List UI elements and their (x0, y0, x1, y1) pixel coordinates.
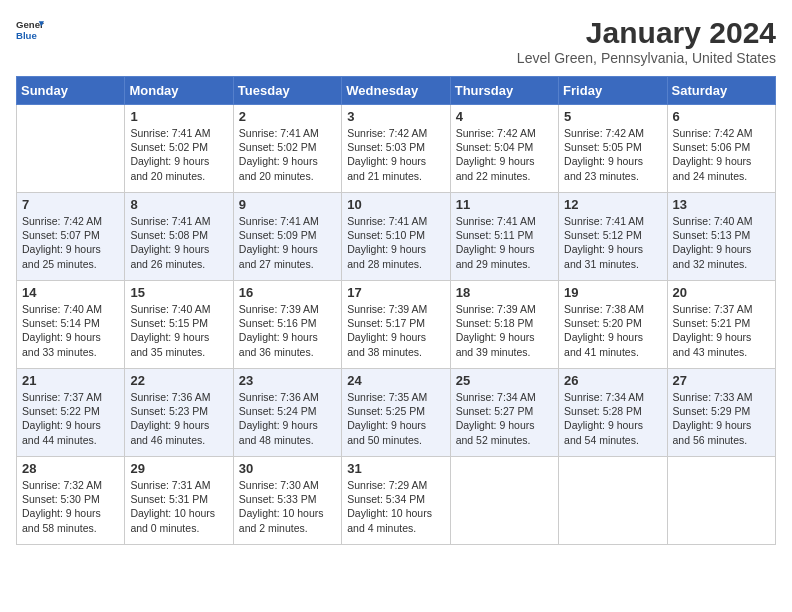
day-info: Sunrise: 7:29 AM Sunset: 5:34 PM Dayligh… (347, 478, 444, 535)
logo: General Blue (16, 16, 44, 44)
day-info: Sunrise: 7:41 AM Sunset: 5:11 PM Dayligh… (456, 214, 553, 271)
day-info: Sunrise: 7:33 AM Sunset: 5:29 PM Dayligh… (673, 390, 770, 447)
day-of-week-header: Thursday (450, 77, 558, 105)
calendar-cell: 31Sunrise: 7:29 AM Sunset: 5:34 PM Dayli… (342, 457, 450, 545)
day-of-week-header: Saturday (667, 77, 775, 105)
calendar-cell: 28Sunrise: 7:32 AM Sunset: 5:30 PM Dayli… (17, 457, 125, 545)
calendar-cell: 2Sunrise: 7:41 AM Sunset: 5:02 PM Daylig… (233, 105, 341, 193)
day-number: 1 (130, 109, 227, 124)
calendar-cell: 19Sunrise: 7:38 AM Sunset: 5:20 PM Dayli… (559, 281, 667, 369)
day-number: 15 (130, 285, 227, 300)
day-number: 28 (22, 461, 119, 476)
day-number: 20 (673, 285, 770, 300)
day-info: Sunrise: 7:34 AM Sunset: 5:28 PM Dayligh… (564, 390, 661, 447)
calendar-cell: 29Sunrise: 7:31 AM Sunset: 5:31 PM Dayli… (125, 457, 233, 545)
day-number: 9 (239, 197, 336, 212)
calendar-cell: 3Sunrise: 7:42 AM Sunset: 5:03 PM Daylig… (342, 105, 450, 193)
svg-text:Blue: Blue (16, 30, 37, 41)
day-info: Sunrise: 7:41 AM Sunset: 5:10 PM Dayligh… (347, 214, 444, 271)
calendar-cell: 6Sunrise: 7:42 AM Sunset: 5:06 PM Daylig… (667, 105, 775, 193)
day-number: 6 (673, 109, 770, 124)
day-number: 30 (239, 461, 336, 476)
calendar-cell (450, 457, 558, 545)
calendar-week-row: 14Sunrise: 7:40 AM Sunset: 5:14 PM Dayli… (17, 281, 776, 369)
day-number: 17 (347, 285, 444, 300)
day-number: 3 (347, 109, 444, 124)
calendar-cell: 26Sunrise: 7:34 AM Sunset: 5:28 PM Dayli… (559, 369, 667, 457)
day-number: 5 (564, 109, 661, 124)
day-of-week-header: Sunday (17, 77, 125, 105)
day-of-week-header: Monday (125, 77, 233, 105)
calendar-cell: 9Sunrise: 7:41 AM Sunset: 5:09 PM Daylig… (233, 193, 341, 281)
day-info: Sunrise: 7:39 AM Sunset: 5:18 PM Dayligh… (456, 302, 553, 359)
day-number: 29 (130, 461, 227, 476)
calendar-cell: 22Sunrise: 7:36 AM Sunset: 5:23 PM Dayli… (125, 369, 233, 457)
day-number: 24 (347, 373, 444, 388)
day-of-week-header: Wednesday (342, 77, 450, 105)
day-info: Sunrise: 7:40 AM Sunset: 5:15 PM Dayligh… (130, 302, 227, 359)
day-number: 7 (22, 197, 119, 212)
calendar-cell: 25Sunrise: 7:34 AM Sunset: 5:27 PM Dayli… (450, 369, 558, 457)
day-info: Sunrise: 7:35 AM Sunset: 5:25 PM Dayligh… (347, 390, 444, 447)
day-info: Sunrise: 7:32 AM Sunset: 5:30 PM Dayligh… (22, 478, 119, 535)
day-number: 25 (456, 373, 553, 388)
page-header: General Blue January 2024 Level Green, P… (16, 16, 776, 66)
location-text: Level Green, Pennsylvania, United States (517, 50, 776, 66)
calendar-cell: 11Sunrise: 7:41 AM Sunset: 5:11 PM Dayli… (450, 193, 558, 281)
day-info: Sunrise: 7:42 AM Sunset: 5:07 PM Dayligh… (22, 214, 119, 271)
day-info: Sunrise: 7:36 AM Sunset: 5:24 PM Dayligh… (239, 390, 336, 447)
day-info: Sunrise: 7:31 AM Sunset: 5:31 PM Dayligh… (130, 478, 227, 535)
calendar-cell: 27Sunrise: 7:33 AM Sunset: 5:29 PM Dayli… (667, 369, 775, 457)
day-info: Sunrise: 7:41 AM Sunset: 5:12 PM Dayligh… (564, 214, 661, 271)
calendar-cell (559, 457, 667, 545)
day-number: 14 (22, 285, 119, 300)
day-number: 23 (239, 373, 336, 388)
calendar-cell: 8Sunrise: 7:41 AM Sunset: 5:08 PM Daylig… (125, 193, 233, 281)
day-info: Sunrise: 7:42 AM Sunset: 5:03 PM Dayligh… (347, 126, 444, 183)
calendar-cell: 17Sunrise: 7:39 AM Sunset: 5:17 PM Dayli… (342, 281, 450, 369)
day-info: Sunrise: 7:34 AM Sunset: 5:27 PM Dayligh… (456, 390, 553, 447)
calendar-cell: 5Sunrise: 7:42 AM Sunset: 5:05 PM Daylig… (559, 105, 667, 193)
day-number: 10 (347, 197, 444, 212)
day-number: 19 (564, 285, 661, 300)
calendar-week-row: 21Sunrise: 7:37 AM Sunset: 5:22 PM Dayli… (17, 369, 776, 457)
day-number: 13 (673, 197, 770, 212)
day-number: 2 (239, 109, 336, 124)
day-number: 31 (347, 461, 444, 476)
day-number: 21 (22, 373, 119, 388)
calendar-week-row: 7Sunrise: 7:42 AM Sunset: 5:07 PM Daylig… (17, 193, 776, 281)
calendar-table: SundayMondayTuesdayWednesdayThursdayFrid… (16, 76, 776, 545)
calendar-cell (17, 105, 125, 193)
day-of-week-header: Friday (559, 77, 667, 105)
day-of-week-header: Tuesday (233, 77, 341, 105)
calendar-cell: 21Sunrise: 7:37 AM Sunset: 5:22 PM Dayli… (17, 369, 125, 457)
day-info: Sunrise: 7:39 AM Sunset: 5:17 PM Dayligh… (347, 302, 444, 359)
day-info: Sunrise: 7:36 AM Sunset: 5:23 PM Dayligh… (130, 390, 227, 447)
day-info: Sunrise: 7:37 AM Sunset: 5:22 PM Dayligh… (22, 390, 119, 447)
day-info: Sunrise: 7:42 AM Sunset: 5:05 PM Dayligh… (564, 126, 661, 183)
calendar-cell: 1Sunrise: 7:41 AM Sunset: 5:02 PM Daylig… (125, 105, 233, 193)
calendar-week-row: 1Sunrise: 7:41 AM Sunset: 5:02 PM Daylig… (17, 105, 776, 193)
day-info: Sunrise: 7:42 AM Sunset: 5:06 PM Dayligh… (673, 126, 770, 183)
calendar-cell: 4Sunrise: 7:42 AM Sunset: 5:04 PM Daylig… (450, 105, 558, 193)
day-info: Sunrise: 7:42 AM Sunset: 5:04 PM Dayligh… (456, 126, 553, 183)
calendar-cell: 24Sunrise: 7:35 AM Sunset: 5:25 PM Dayli… (342, 369, 450, 457)
calendar-cell (667, 457, 775, 545)
calendar-cell: 13Sunrise: 7:40 AM Sunset: 5:13 PM Dayli… (667, 193, 775, 281)
logo-icon: General Blue (16, 16, 44, 44)
day-info: Sunrise: 7:37 AM Sunset: 5:21 PM Dayligh… (673, 302, 770, 359)
day-number: 11 (456, 197, 553, 212)
calendar-header-row: SundayMondayTuesdayWednesdayThursdayFrid… (17, 77, 776, 105)
svg-text:General: General (16, 19, 44, 30)
day-info: Sunrise: 7:38 AM Sunset: 5:20 PM Dayligh… (564, 302, 661, 359)
calendar-cell: 23Sunrise: 7:36 AM Sunset: 5:24 PM Dayli… (233, 369, 341, 457)
calendar-cell: 7Sunrise: 7:42 AM Sunset: 5:07 PM Daylig… (17, 193, 125, 281)
calendar-cell: 10Sunrise: 7:41 AM Sunset: 5:10 PM Dayli… (342, 193, 450, 281)
day-number: 8 (130, 197, 227, 212)
day-info: Sunrise: 7:30 AM Sunset: 5:33 PM Dayligh… (239, 478, 336, 535)
day-number: 18 (456, 285, 553, 300)
calendar-cell: 16Sunrise: 7:39 AM Sunset: 5:16 PM Dayli… (233, 281, 341, 369)
day-info: Sunrise: 7:40 AM Sunset: 5:14 PM Dayligh… (22, 302, 119, 359)
day-number: 26 (564, 373, 661, 388)
day-info: Sunrise: 7:41 AM Sunset: 5:02 PM Dayligh… (239, 126, 336, 183)
